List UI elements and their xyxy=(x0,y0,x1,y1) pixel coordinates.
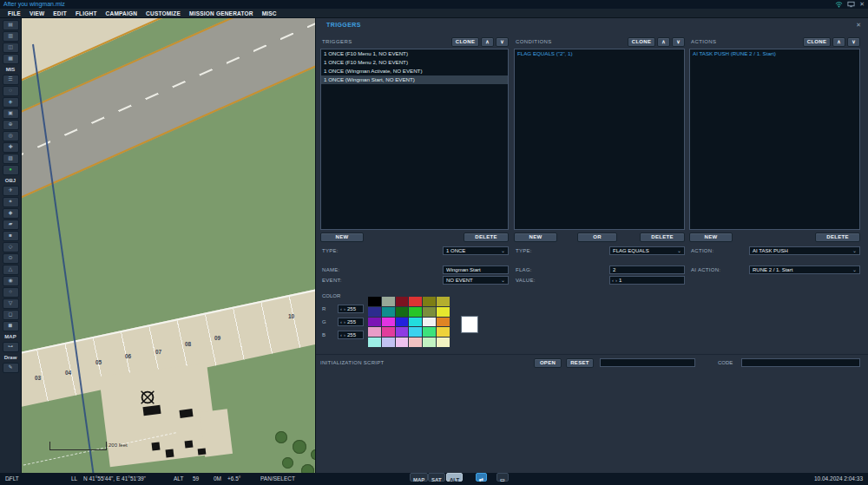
palette-swatch-25[interactable] xyxy=(382,338,395,347)
coords-system-label[interactable]: LL xyxy=(71,473,77,485)
palette-swatch-20[interactable] xyxy=(396,327,409,337)
palette-swatch-6[interactable] xyxy=(368,307,381,317)
init-script-reset-button[interactable]: RESET xyxy=(566,358,594,368)
palette-swatch-5[interactable] xyxy=(437,297,450,306)
list-item[interactable]: 1 ONCE (F10 Menu 1, NO EVENT) xyxy=(321,49,508,58)
step-right-icon[interactable]: › xyxy=(344,318,345,325)
triggers-move-down-button[interactable]: ∨ xyxy=(496,37,509,47)
helicopter-unit-icon[interactable] xyxy=(138,388,157,407)
actions-new-button[interactable]: NEW xyxy=(689,233,733,242)
rules-icon[interactable]: ▣ xyxy=(3,108,19,119)
color-g-stepper[interactable]: ‹ › 255 xyxy=(338,318,364,326)
ai-action-select[interactable]: RUNE 2 / 1. Start ⌄ xyxy=(749,265,860,274)
palette-swatch-3[interactable] xyxy=(409,297,422,306)
palette-swatch-17[interactable] xyxy=(437,318,450,327)
actions-clone-button[interactable]: CLONE xyxy=(803,37,831,47)
triggers-new-button[interactable]: NEW xyxy=(320,233,364,242)
actions-move-down-button[interactable]: ∨ xyxy=(847,37,860,47)
color-b-stepper[interactable]: ‹ › 255 xyxy=(338,331,364,339)
helicopter-icon[interactable]: ✶ xyxy=(3,197,19,207)
map-layer-button[interactable]: MAP xyxy=(410,473,428,482)
palette-swatch-21[interactable] xyxy=(409,327,422,337)
zone-circle-icon[interactable]: ○ xyxy=(3,287,19,298)
menu-item-file[interactable]: FILE xyxy=(3,10,25,16)
init-script-input[interactable] xyxy=(600,358,695,367)
step-left-icon[interactable]: ‹ xyxy=(340,331,342,338)
ship-icon[interactable]: ◆ xyxy=(3,208,19,219)
conditions-or-button[interactable]: OR xyxy=(577,233,617,242)
triggers-delete-button[interactable]: DELETE xyxy=(464,233,509,242)
palette-swatch-11[interactable] xyxy=(437,307,450,317)
condition-value-stepper[interactable]: ‹ › 1 xyxy=(609,276,685,285)
palette-swatch-29[interactable] xyxy=(437,338,450,347)
file-open-icon[interactable]: ▥ xyxy=(3,31,19,42)
palette-swatch-10[interactable] xyxy=(423,307,436,317)
palette-swatch-22[interactable] xyxy=(423,327,436,337)
menu-item-mission-generator[interactable]: MISSION GENERATOR xyxy=(185,10,258,16)
conditions-list[interactable]: FLAG EQUALS ("2", 1) xyxy=(514,49,685,230)
aircraft-icon[interactable]: ✈ xyxy=(3,186,19,196)
palette-swatch-12[interactable] xyxy=(368,318,381,327)
palette-swatch-16[interactable] xyxy=(423,318,436,327)
step-left-icon[interactable]: ‹ xyxy=(340,318,342,325)
triggers-icon[interactable]: ◈ xyxy=(3,97,19,108)
palette-swatch-27[interactable] xyxy=(409,338,422,347)
file-save-icon[interactable]: ◫ xyxy=(3,43,19,53)
weather-icon[interactable]: ◌ xyxy=(3,86,19,96)
triggers-panel-close-icon[interactable]: ✕ xyxy=(856,22,861,29)
step-right-icon[interactable]: › xyxy=(344,331,345,338)
step-left-icon[interactable]: ‹ xyxy=(612,277,614,284)
template-icon[interactable]: ◇ xyxy=(3,242,19,252)
palette-swatch-2[interactable] xyxy=(396,297,409,306)
erase-icon[interactable]: ◼ xyxy=(3,321,19,331)
route-icon[interactable]: ⊙ xyxy=(3,253,19,264)
menu-item-customize[interactable]: CUSTOMIZE xyxy=(141,10,185,16)
bullseye-icon[interactable]: ◉ xyxy=(3,276,19,286)
static-icon[interactable]: ■ xyxy=(3,231,19,241)
goals-icon[interactable]: ⊕ xyxy=(3,120,19,130)
network-icon[interactable] xyxy=(835,1,843,8)
farp-icon[interactable]: △ xyxy=(3,265,19,275)
conditions-move-up-button[interactable]: ∧ xyxy=(657,37,670,47)
init-script-code-input[interactable] xyxy=(741,358,860,367)
trigger-event-select[interactable]: NO EVENT ⌄ xyxy=(443,276,509,285)
actions-delete-button[interactable]: DELETE xyxy=(815,233,860,242)
palette-swatch-0[interactable] xyxy=(368,297,381,306)
palette-swatch-24[interactable] xyxy=(368,338,381,347)
menu-item-misc[interactable]: MISC xyxy=(258,10,281,16)
map-viewport[interactable]: 200 feet 0304050607080910 xyxy=(22,18,315,473)
step-right-icon[interactable]: › xyxy=(615,277,617,284)
init-script-open-button[interactable]: OPEN xyxy=(534,358,562,368)
palette-swatch-13[interactable] xyxy=(382,318,395,327)
palette-swatch-26[interactable] xyxy=(396,338,409,347)
print-icon[interactable]: ▦ xyxy=(3,54,19,64)
list-item[interactable]: 1 ONCE (Wingman Start, NO EVENT) xyxy=(321,75,508,84)
palette-swatch-7[interactable] xyxy=(382,307,395,317)
conditions-new-button[interactable]: NEW xyxy=(514,233,557,242)
measure-distance-icon[interactable]: ⊶ xyxy=(3,342,19,352)
triggers-list[interactable]: 1 ONCE (F10 Menu 1, NO EVENT)1 ONCE (F10… xyxy=(320,49,509,230)
label-tool-icon[interactable]: ◻ xyxy=(3,310,19,320)
step-right-icon[interactable]: › xyxy=(344,305,345,312)
palette-swatch-19[interactable] xyxy=(382,327,395,337)
palette-swatch-8[interactable] xyxy=(396,307,409,317)
sat-layer-button[interactable]: SAT xyxy=(428,473,445,482)
window-close-icon[interactable]: ✕ xyxy=(859,0,865,9)
vehicle-icon[interactable]: ▰ xyxy=(3,220,19,230)
color-r-stepper[interactable]: ‹ › 255 xyxy=(338,305,364,313)
palette-swatch-4[interactable] xyxy=(423,297,436,306)
zone-poly-icon[interactable]: ▽ xyxy=(3,298,19,309)
palette-swatch-14[interactable] xyxy=(396,318,409,327)
active-tool-icon[interactable]: ● xyxy=(3,165,19,175)
swap-view-button[interactable]: ⇄ xyxy=(476,473,487,482)
trigger-name-input[interactable] xyxy=(443,265,509,274)
list-item[interactable]: 1 ONCE (F10 Menu 2, NO EVENT) xyxy=(321,58,508,67)
conditions-clone-button[interactable]: CLONE xyxy=(628,37,655,47)
palette-swatch-1[interactable] xyxy=(382,297,395,306)
display-icon[interactable] xyxy=(847,1,855,8)
mission-options-icon[interactable]: ☰ xyxy=(3,75,19,85)
menu-item-edit[interactable]: EDIT xyxy=(49,10,71,16)
palette-swatch-28[interactable] xyxy=(423,338,436,347)
palette-swatch-18[interactable] xyxy=(368,327,381,337)
resources-icon[interactable]: ▨ xyxy=(3,154,19,164)
